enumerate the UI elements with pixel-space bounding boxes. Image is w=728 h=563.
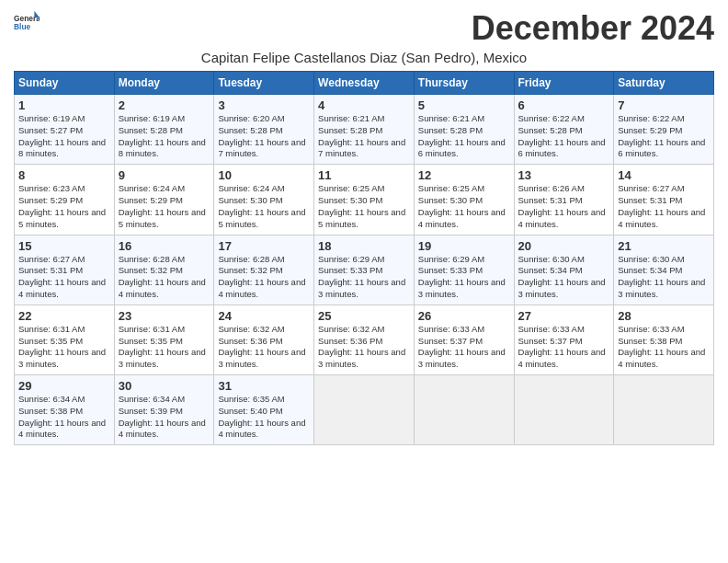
day-number: 31 — [218, 379, 310, 393]
day-number: 25 — [318, 309, 410, 323]
day-number: 18 — [318, 239, 410, 253]
day-info: Sunrise: 6:29 AMSunset: 5:33 PMDaylight:… — [418, 254, 510, 301]
day-number: 8 — [18, 168, 110, 182]
day-info: Sunrise: 6:30 AMSunset: 5:34 PMDaylight:… — [518, 254, 610, 301]
day-number: 7 — [618, 98, 710, 112]
day-number: 21 — [618, 239, 710, 253]
calendar-cell: 13Sunrise: 6:26 AMSunset: 5:31 PMDayligh… — [514, 165, 614, 235]
day-number: 29 — [18, 379, 110, 393]
calendar-cell: 24Sunrise: 6:32 AMSunset: 5:36 PMDayligh… — [214, 304, 314, 374]
day-number: 23 — [119, 309, 210, 323]
day-info: Sunrise: 6:33 AMSunset: 5:37 PMDaylight:… — [518, 324, 610, 371]
calendar-cell: 20Sunrise: 6:30 AMSunset: 5:34 PMDayligh… — [514, 235, 614, 304]
day-info: Sunrise: 6:32 AMSunset: 5:36 PMDaylight:… — [318, 324, 410, 371]
calendar-cell: 19Sunrise: 6:29 AMSunset: 5:33 PMDayligh… — [414, 235, 514, 304]
calendar-cell: 22Sunrise: 6:31 AMSunset: 5:35 PMDayligh… — [15, 304, 115, 374]
calendar-cell: 1Sunrise: 6:19 AMSunset: 5:27 PMDaylight… — [15, 95, 115, 165]
calendar-cell: 28Sunrise: 6:33 AMSunset: 5:38 PMDayligh… — [614, 304, 714, 374]
calendar-cell: 16Sunrise: 6:28 AMSunset: 5:32 PMDayligh… — [114, 235, 214, 304]
calendar-cell: 27Sunrise: 6:33 AMSunset: 5:37 PMDayligh… — [514, 304, 614, 374]
day-number: 12 — [418, 168, 510, 182]
day-info: Sunrise: 6:28 AMSunset: 5:32 PMDaylight:… — [218, 254, 310, 301]
day-number: 15 — [18, 239, 110, 253]
day-info: Sunrise: 6:34 AMSunset: 5:39 PMDaylight:… — [119, 394, 210, 441]
day-info: Sunrise: 6:21 AMSunset: 5:28 PMDaylight:… — [418, 113, 510, 160]
day-info: Sunrise: 6:22 AMSunset: 5:28 PMDaylight:… — [518, 113, 610, 160]
day-number: 28 — [618, 309, 710, 323]
calendar-cell: 14Sunrise: 6:27 AMSunset: 5:31 PMDayligh… — [614, 165, 714, 235]
calendar-cell: 18Sunrise: 6:29 AMSunset: 5:33 PMDayligh… — [314, 235, 415, 304]
calendar-cell — [414, 375, 514, 445]
day-number: 22 — [18, 309, 110, 323]
calendar-cell: 8Sunrise: 6:23 AMSunset: 5:29 PMDaylight… — [15, 165, 115, 235]
day-info: Sunrise: 6:23 AMSunset: 5:29 PMDaylight:… — [18, 183, 110, 230]
day-info: Sunrise: 6:21 AMSunset: 5:28 PMDaylight:… — [318, 113, 410, 160]
day-info: Sunrise: 6:33 AMSunset: 5:38 PMDaylight:… — [618, 324, 710, 371]
day-number: 3 — [218, 98, 310, 112]
calendar-cell: 11Sunrise: 6:25 AMSunset: 5:30 PMDayligh… — [314, 165, 415, 235]
calendar-week-row: 15Sunrise: 6:27 AMSunset: 5:31 PMDayligh… — [15, 235, 714, 304]
day-info: Sunrise: 6:24 AMSunset: 5:30 PMDaylight:… — [218, 183, 310, 230]
day-info: Sunrise: 6:19 AMSunset: 5:27 PMDaylight:… — [18, 113, 110, 160]
calendar-cell: 9Sunrise: 6:24 AMSunset: 5:29 PMDaylight… — [114, 165, 214, 235]
day-info: Sunrise: 6:24 AMSunset: 5:29 PMDaylight:… — [119, 183, 210, 230]
day-number: 27 — [518, 309, 610, 323]
day-number: 30 — [119, 379, 210, 393]
day-info: Sunrise: 6:29 AMSunset: 5:33 PMDaylight:… — [318, 254, 410, 301]
calendar-cell: 7Sunrise: 6:22 AMSunset: 5:29 PMDaylight… — [614, 95, 714, 165]
calendar-cell: 25Sunrise: 6:32 AMSunset: 5:36 PMDayligh… — [314, 304, 415, 374]
logo: General Blue — [14, 9, 40, 35]
day-info: Sunrise: 6:22 AMSunset: 5:29 PMDaylight:… — [618, 113, 710, 160]
day-number: 4 — [318, 98, 410, 112]
day-number: 11 — [318, 168, 410, 182]
day-number: 19 — [418, 239, 510, 253]
day-info: Sunrise: 6:31 AMSunset: 5:35 PMDaylight:… — [119, 324, 210, 371]
day-number: 14 — [618, 168, 710, 182]
calendar-week-row: 1Sunrise: 6:19 AMSunset: 5:27 PMDaylight… — [15, 95, 714, 165]
day-number: 17 — [218, 239, 310, 253]
logo-icon: General Blue — [14, 9, 40, 35]
day-number: 24 — [218, 309, 310, 323]
day-info: Sunrise: 6:26 AMSunset: 5:31 PMDaylight:… — [518, 183, 610, 230]
calendar-week-row: 22Sunrise: 6:31 AMSunset: 5:35 PMDayligh… — [15, 304, 714, 374]
calendar-cell: 30Sunrise: 6:34 AMSunset: 5:39 PMDayligh… — [114, 375, 214, 445]
calendar-cell: 31Sunrise: 6:35 AMSunset: 5:40 PMDayligh… — [214, 375, 314, 445]
day-info: Sunrise: 6:27 AMSunset: 5:31 PMDaylight:… — [18, 254, 110, 301]
day-number: 16 — [119, 239, 210, 253]
calendar-cell: 12Sunrise: 6:25 AMSunset: 5:30 PMDayligh… — [414, 165, 514, 235]
col-header-thursday: Thursday — [414, 72, 514, 95]
day-info: Sunrise: 6:25 AMSunset: 5:30 PMDaylight:… — [418, 183, 510, 230]
day-info: Sunrise: 6:27 AMSunset: 5:31 PMDaylight:… — [618, 183, 710, 230]
svg-text:Blue: Blue — [14, 22, 30, 31]
month-title: December 2024 — [472, 9, 714, 48]
calendar-cell: 4Sunrise: 6:21 AMSunset: 5:28 PMDaylight… — [314, 95, 415, 165]
day-number: 5 — [418, 98, 510, 112]
day-info: Sunrise: 6:32 AMSunset: 5:36 PMDaylight:… — [218, 324, 310, 371]
day-number: 26 — [418, 309, 510, 323]
col-header-tuesday: Tuesday — [214, 72, 314, 95]
day-info: Sunrise: 6:28 AMSunset: 5:32 PMDaylight:… — [119, 254, 210, 301]
calendar-cell: 15Sunrise: 6:27 AMSunset: 5:31 PMDayligh… — [15, 235, 115, 304]
day-number: 10 — [218, 168, 310, 182]
day-info: Sunrise: 6:25 AMSunset: 5:30 PMDaylight:… — [318, 183, 410, 230]
day-info: Sunrise: 6:35 AMSunset: 5:40 PMDaylight:… — [218, 394, 310, 441]
calendar-cell: 17Sunrise: 6:28 AMSunset: 5:32 PMDayligh… — [214, 235, 314, 304]
calendar-cell — [314, 375, 415, 445]
day-number: 13 — [518, 168, 610, 182]
day-number: 6 — [518, 98, 610, 112]
location-title: Capitan Felipe Castellanos Diaz (San Ped… — [14, 50, 714, 65]
calendar-cell: 2Sunrise: 6:19 AMSunset: 5:28 PMDaylight… — [114, 95, 214, 165]
day-info: Sunrise: 6:31 AMSunset: 5:35 PMDaylight:… — [18, 324, 110, 371]
day-info: Sunrise: 6:34 AMSunset: 5:38 PMDaylight:… — [18, 394, 110, 441]
calendar-cell: 10Sunrise: 6:24 AMSunset: 5:30 PMDayligh… — [214, 165, 314, 235]
calendar-cell — [614, 375, 714, 445]
calendar-cell — [514, 375, 614, 445]
col-header-wednesday: Wednesday — [314, 72, 415, 95]
col-header-saturday: Saturday — [614, 72, 714, 95]
day-info: Sunrise: 6:19 AMSunset: 5:28 PMDaylight:… — [119, 113, 210, 160]
day-number: 9 — [119, 168, 210, 182]
day-info: Sunrise: 6:33 AMSunset: 5:37 PMDaylight:… — [418, 324, 510, 371]
calendar-cell: 21Sunrise: 6:30 AMSunset: 5:34 PMDayligh… — [614, 235, 714, 304]
col-header-friday: Friday — [514, 72, 614, 95]
day-number: 20 — [518, 239, 610, 253]
